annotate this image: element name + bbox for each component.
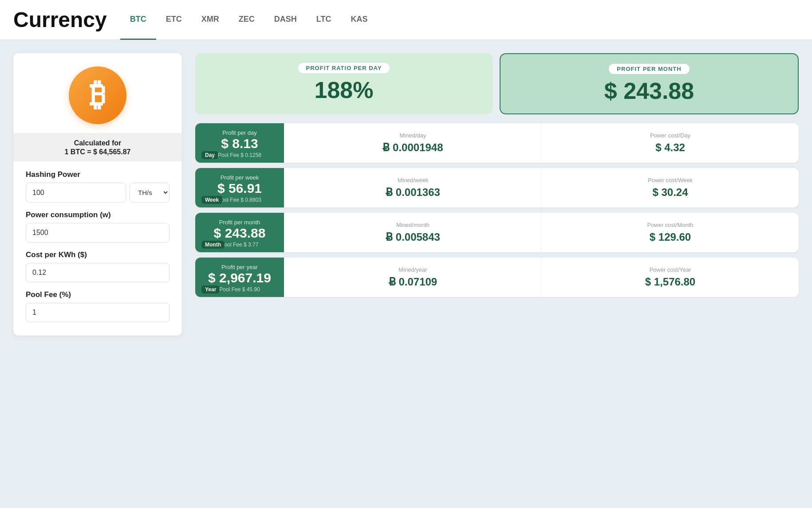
period-mined-value-week: Ƀ 0.001363 [386,186,440,199]
period-pool-fee-year: Pool Fee $ 45.90 [219,286,260,293]
period-tag-year: Year [201,285,220,293]
tab-dash[interactable]: DASH [264,0,307,40]
period-pool-fee-week: Pool Fee $ 0.8803 [218,197,261,203]
hashing-power-unit-select[interactable]: TH/s GH/s MH/s KH/s [130,183,169,203]
period-power-week: Power cost/Week $ 30.24 [541,168,799,207]
period-mined-week: Mined/week Ƀ 0.001363 [284,168,541,207]
profit-ratio-card: PROFIT RATIO PER DAY 188% [195,53,493,114]
profit-month-card: PROFIT PER MONTH $ 243.88 [500,53,799,114]
period-profit-label-day: Profit per day [222,129,256,136]
period-pool-fee-day: Pool Fee $ 0.1258 [218,152,261,158]
period-mined-day: Mined/day Ƀ 0.0001948 [284,123,541,163]
period-power-value-month: $ 129.60 [650,231,691,243]
period-power-value-day: $ 4.32 [655,141,685,154]
currency-tabs: BTCETCXMRZECDASHLTCKAS [120,0,378,40]
period-mined-value-year: Ƀ 0.07109 [389,276,437,288]
calc-for-section: Calculated for 1 BTC = $ 64,565.87 [13,133,182,161]
period-cells-year: Mined/year Ƀ 0.07109 Power cost/Year $ 1… [284,258,799,297]
tab-zec[interactable]: ZEC [229,0,264,40]
profit-ratio-badge: PROFIT RATIO PER DAY [298,63,390,73]
profit-month-badge: PROFIT PER MONTH [609,64,689,74]
period-profit-label-month: Profit per month [219,219,260,226]
period-left-week: Profit per week $ 56.91 Pool Fee $ 0.880… [195,168,284,207]
profit-month-value: $ 243.88 [513,78,785,104]
period-mined-value-month: Ƀ 0.005843 [386,231,440,243]
btc-symbol: ₿ [90,78,106,110]
period-mined-month: Mined/month Ƀ 0.005843 [284,213,541,252]
period-cells-month: Mined/month Ƀ 0.005843 Power cost/Month … [284,213,799,252]
period-profit-label-year: Profit per year [221,264,258,270]
btc-icon: ₿ [69,66,126,124]
left-panel: ₿ Calculated for 1 BTC = $ 64,565.87 Has… [13,53,182,336]
period-power-value-week: $ 30.24 [652,186,688,199]
pool-fee-input[interactable] [26,303,169,322]
period-row-year: Profit per year $ 2,967.19 Pool Fee $ 45… [195,258,799,297]
tab-kas[interactable]: KAS [341,0,377,40]
cost-per-kwh-input[interactable] [26,263,169,282]
period-profit-value-month: $ 243.88 [214,226,266,241]
main-content: ₿ Calculated for 1 BTC = $ 64,565.87 Has… [0,40,812,349]
right-panel: PROFIT RATIO PER DAY 188% PROFIT PER MON… [195,53,799,302]
period-row-month: Profit per month $ 243.88 Pool Fee $ 3.7… [195,213,799,252]
period-profit-label-week: Profit per week [221,174,259,181]
period-cells-day: Mined/day Ƀ 0.0001948 Power cost/Day $ 4… [284,123,799,163]
power-consumption-input[interactable] [26,223,169,242]
tab-etc[interactable]: ETC [156,0,192,40]
period-power-day: Power cost/Day $ 4.32 [541,123,799,163]
period-mined-year: Mined/year Ƀ 0.07109 [284,258,541,297]
page-title: Currency [13,8,107,32]
period-power-label-week: Power cost/Week [648,177,693,184]
calc-for-value: 1 BTC = $ 64,565.87 [13,148,182,156]
period-pool-fee-month: Pool Fee $ 3.77 [221,242,259,248]
calc-for-label: Calculated for [13,139,182,147]
hashing-power-row: TH/s GH/s MH/s KH/s [26,183,169,203]
hashing-power-label: Hashing Power [26,170,169,179]
coin-icon-area: ₿ [13,53,182,133]
period-tag-month: Month [201,241,225,249]
period-mined-label-year: Mined/year [398,266,427,273]
period-profit-value-year: $ 2,967.19 [208,270,271,285]
period-power-year: Power cost/Year $ 1,576.80 [541,258,799,297]
summary-cards: PROFIT RATIO PER DAY 188% PROFIT PER MON… [195,53,799,114]
period-power-label-day: Power cost/Day [650,132,690,139]
period-mined-label-month: Mined/month [396,222,430,228]
period-power-label-month: Power cost/Month [647,222,693,228]
pool-fee-label: Pool Fee (%) [26,290,169,299]
period-row-day: Profit per day $ 8.13 Pool Fee $ 0.1258 … [195,123,799,163]
period-profit-value-day: $ 8.13 [221,136,258,151]
profit-ratio-value: 188% [208,78,480,103]
period-mined-value-day: Ƀ 0.0001948 [382,141,443,154]
tab-ltc[interactable]: LTC [307,0,341,40]
cost-per-kwh-label: Cost per KWh ($) [26,250,169,259]
period-power-label-year: Power cost/Year [649,266,691,273]
power-consumption-label: Power consumption (w) [26,211,169,219]
period-power-value-year: $ 1,576.80 [645,276,695,288]
period-mined-label-week: Mined/week [398,177,428,184]
period-left-month: Profit per month $ 243.88 Pool Fee $ 3.7… [195,213,284,252]
form-section: Hashing Power TH/s GH/s MH/s KH/s Power … [13,161,182,322]
period-rows: Profit per day $ 8.13 Pool Fee $ 0.1258 … [195,123,799,297]
period-left-day: Profit per day $ 8.13 Pool Fee $ 0.1258 … [195,123,284,163]
period-mined-label-day: Mined/day [400,132,426,139]
period-cells-week: Mined/week Ƀ 0.001363 Power cost/Week $ … [284,168,799,207]
header: Currency BTCETCXMRZECDASHLTCKAS [0,0,812,40]
period-row-week: Profit per week $ 56.91 Pool Fee $ 0.880… [195,168,799,207]
period-tag-day: Day [201,151,218,159]
tab-btc[interactable]: BTC [120,0,156,40]
period-tag-week: Week [201,196,222,204]
tab-xmr[interactable]: XMR [192,0,229,40]
period-power-month: Power cost/Month $ 129.60 [541,213,799,252]
period-profit-value-week: $ 56.91 [217,181,262,196]
hashing-power-input[interactable] [26,183,126,203]
period-left-year: Profit per year $ 2,967.19 Pool Fee $ 45… [195,258,284,297]
